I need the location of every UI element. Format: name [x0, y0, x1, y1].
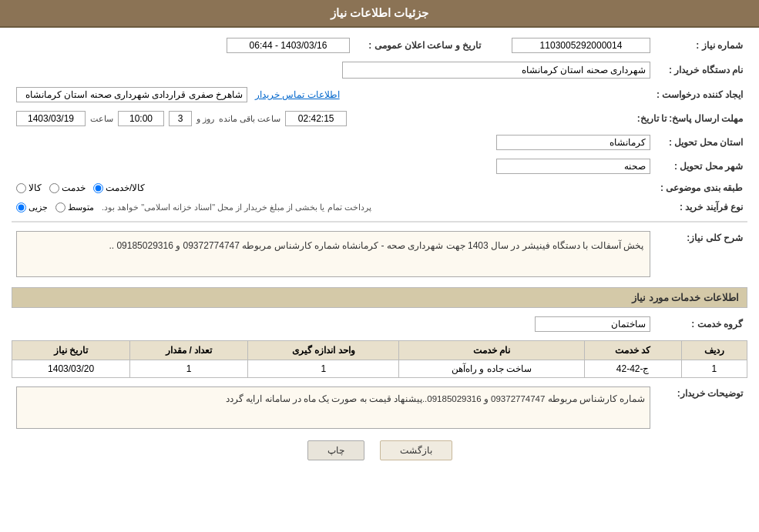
services-table: ردیف کد خدمت نام خدمت واحد اندازه گیری ت…: [12, 340, 747, 378]
category-khedmat-radio[interactable]: [49, 183, 59, 193]
datetime-label: تاریخ و ساعت اعلان عمومی :: [354, 35, 485, 55]
action-buttons: بازگشت چاپ: [12, 440, 747, 460]
process-mutavasset-option[interactable]: متوسط: [55, 202, 94, 212]
category-kala-label: کالا: [29, 182, 42, 193]
page-header: جزئیات اطلاعات نیاز: [0, 0, 759, 28]
col-row-num: ردیف: [681, 341, 747, 360]
requestor-value: شاهرخ صفری قراردادی شهرداری صحنه استان ک…: [16, 87, 247, 102]
print-button[interactable]: چاپ: [307, 440, 364, 460]
category-kala-khedmat-option[interactable]: کالا/خدمت: [93, 182, 145, 193]
deadline-remaining: 02:42:15: [285, 111, 347, 126]
process-jazii-label: جزیی: [29, 202, 48, 212]
category-kala-khedmat-label: کالا/خدمت: [106, 182, 145, 193]
process-jazii-radio[interactable]: [16, 202, 26, 212]
process-mutavasset-label: متوسط: [68, 202, 94, 212]
category-khedmat-option[interactable]: خدمت: [49, 182, 86, 193]
requestor-label: ایجاد کننده درخواست :: [652, 85, 747, 105]
deadline-date: 1403/03/19: [16, 111, 86, 126]
contact-link[interactable]: اطلاعات تماس خریدار: [255, 89, 340, 100]
province-value: کرمانشاه: [496, 135, 650, 150]
category-khedmat-label: خدمت: [62, 182, 86, 193]
category-kala-option[interactable]: کالا: [16, 182, 42, 193]
category-kala-radio[interactable]: [16, 183, 26, 193]
back-button[interactable]: بازگشت: [380, 440, 452, 460]
deadline-days: 3: [169, 111, 192, 126]
buyer-notes-label: توضیحات خریدار:: [655, 384, 747, 431]
buyer-org-value: شهرداری صحنه استان کرمانشاه: [342, 62, 650, 79]
datetime-value: 1403/03/16 - 06:44: [227, 38, 350, 53]
col-service-code: کد خدمت: [584, 341, 681, 360]
province-label: استان محل تحویل :: [655, 132, 747, 152]
process-label: نوع فرآیند خرید :: [655, 199, 747, 215]
col-unit: واحد اندازه گیری: [248, 341, 399, 360]
deadline-time: 10:00: [118, 111, 164, 126]
page-title: جزئیات اطلاعات نیاز: [331, 6, 428, 19]
service-group-value: ساختمان: [535, 316, 650, 332]
process-jazii-option[interactable]: جزیی: [16, 202, 48, 212]
deadline-remaining-label: ساعت باقی مانده: [219, 114, 280, 124]
buyer-org-label: نام دستگاه خریدار :: [655, 59, 747, 81]
need-number-label: شماره نیاز :: [655, 35, 747, 55]
services-section-title: اطلاعات خدمات مورد نیاز: [12, 287, 747, 308]
category-kala-khedmat-radio[interactable]: [93, 183, 103, 193]
description-label: شرح کلی نیاز:: [655, 229, 747, 279]
deadline-time-label: ساعت: [90, 114, 113, 124]
city-value: صحنه: [496, 159, 650, 174]
buyer-notes-text: شماره کارشناس مربوطه 09372774747 و 09185…: [16, 386, 650, 429]
description-text: پخش آسفالت با دستگاه فینیشر در سال 1403 …: [16, 231, 650, 277]
deadline-label: مهلت ارسال پاسخ: تا تاریخ:: [633, 109, 747, 129]
city-label: شهر محل تحویل :: [655, 156, 747, 176]
col-service-name: نام خدمت: [399, 341, 584, 360]
process-mutavasset-radio[interactable]: [55, 202, 65, 212]
need-number-value: 1103005292000014: [512, 38, 650, 53]
category-label: طبقه بندی موضوعی :: [655, 180, 747, 196]
col-date: تاریخ نیاز: [12, 341, 130, 360]
col-quantity: تعداد / مقدار: [130, 341, 248, 360]
process-note: پرداخت تمام یا بخشی از مبلغ خریدار از مح…: [102, 202, 371, 212]
service-group-label: گروه خدمت :: [655, 314, 747, 334]
table-row: 1ج-42-42ساخت جاده و راه‌آهن111403/03/20: [12, 360, 747, 378]
deadline-day-label: روز و: [196, 114, 214, 124]
